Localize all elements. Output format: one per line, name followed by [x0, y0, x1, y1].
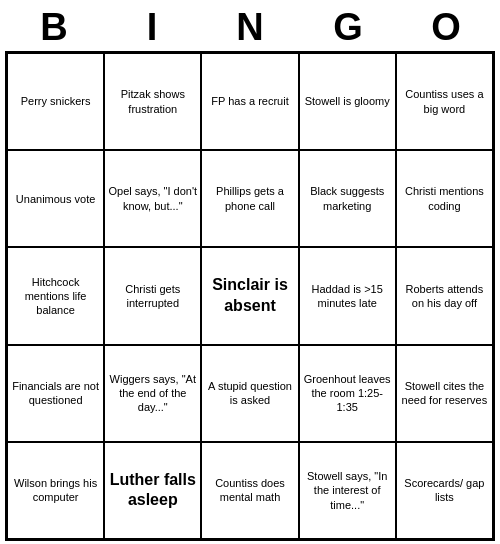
- bingo-cell-20: Wilson brings his computer: [7, 442, 104, 539]
- bingo-letter: I: [106, 6, 198, 49]
- bingo-cell-11: Christi gets interrupted: [104, 247, 201, 344]
- bingo-cell-21: Luther falls asleep: [104, 442, 201, 539]
- bingo-cell-24: Scorecards/ gap lists: [396, 442, 493, 539]
- bingo-title-row: BINGO: [5, 0, 495, 51]
- bingo-cell-9: Christi mentions coding: [396, 150, 493, 247]
- bingo-cell-3: Stowell is gloomy: [299, 53, 396, 150]
- bingo-letter: G: [302, 6, 394, 49]
- bingo-cell-4: Countiss uses a big word: [396, 53, 493, 150]
- bingo-cell-17: A stupid question is asked: [201, 345, 298, 442]
- bingo-cell-2: FP has a recruit: [201, 53, 298, 150]
- bingo-cell-8: Black suggests marketing: [299, 150, 396, 247]
- bingo-cell-18: Groenhout leaves the room 1:25-1:35: [299, 345, 396, 442]
- bingo-cell-10: Hitchcock mentions life balance: [7, 247, 104, 344]
- bingo-cell-14: Roberts attends on his day off: [396, 247, 493, 344]
- bingo-letter: N: [204, 6, 296, 49]
- bingo-cell-23: Stowell says, "In the interest of time..…: [299, 442, 396, 539]
- bingo-cell-15: Financials are not questioned: [7, 345, 104, 442]
- bingo-cell-12: Sinclair is absent: [201, 247, 298, 344]
- bingo-grid: Perry snickersPitzak shows frustrationFP…: [5, 51, 495, 541]
- bingo-letter: O: [400, 6, 492, 49]
- bingo-cell-19: Stowell cites the need for reserves: [396, 345, 493, 442]
- bingo-cell-0: Perry snickers: [7, 53, 104, 150]
- bingo-cell-1: Pitzak shows frustration: [104, 53, 201, 150]
- bingo-cell-16: Wiggers says, "At the end of the day...": [104, 345, 201, 442]
- bingo-cell-5: Unanimous vote: [7, 150, 104, 247]
- bingo-cell-22: Countiss does mental math: [201, 442, 298, 539]
- bingo-cell-6: Opel says, "I don't know, but...": [104, 150, 201, 247]
- bingo-cell-7: Phillips gets a phone call: [201, 150, 298, 247]
- bingo-letter: B: [8, 6, 100, 49]
- bingo-cell-13: Haddad is >15 minutes late: [299, 247, 396, 344]
